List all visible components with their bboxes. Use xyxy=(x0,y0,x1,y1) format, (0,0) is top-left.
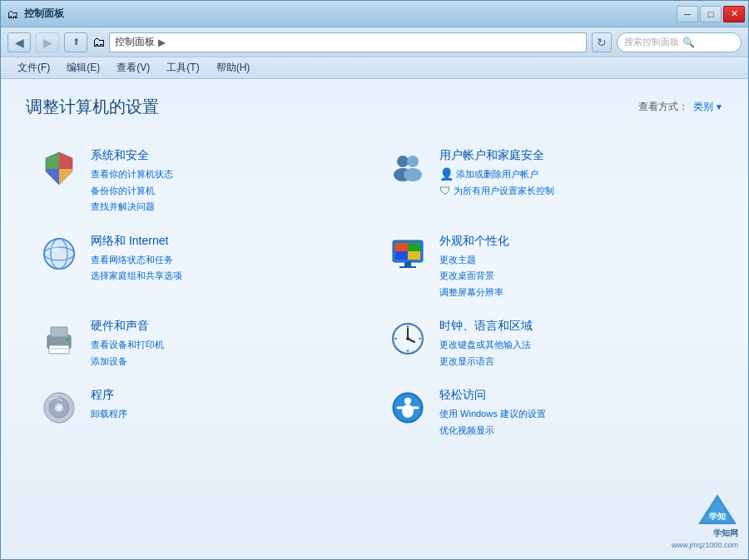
svg-rect-18 xyxy=(395,243,408,251)
cp-item-clock[interactable]: 时钟、语言和区域 更改键盘或其他输入法 更改显示语言 xyxy=(374,309,723,378)
appearance-text: 外观和个性化 更改主题 更改桌面背景 调整屏幕分辨率 xyxy=(439,234,509,300)
user-sub-2[interactable]: 为所有用户设置家长控制 xyxy=(454,184,554,198)
svg-point-7 xyxy=(397,156,409,167)
network-sub-2[interactable]: 选择家庭组和共享选项 xyxy=(91,269,182,283)
security-title[interactable]: 系统和安全 xyxy=(91,148,173,163)
user-title[interactable]: 用户帐户和家庭安全 xyxy=(439,148,554,163)
svg-rect-28 xyxy=(51,348,67,349)
address-input[interactable]: 控制面板 ▶ xyxy=(109,32,587,52)
search-icon: 🔍 xyxy=(682,37,695,48)
page-title: 调整计算机的设置 xyxy=(26,96,159,118)
svg-point-14 xyxy=(44,239,74,269)
back-button[interactable]: ◀ xyxy=(7,32,31,52)
program-title[interactable]: 程序 xyxy=(91,388,127,403)
cp-item-network[interactable]: 网络和 Internet 查看网络状态和任务 选择家庭组和共享选项 xyxy=(26,224,374,310)
hardware-icon xyxy=(39,319,79,359)
window-controls: ─ □ ✕ xyxy=(677,6,745,22)
svg-rect-25 xyxy=(51,327,67,337)
hardware-text: 硬件和声音 查看设备和打印机 添加设备 xyxy=(91,319,164,368)
watermark: 学知 学知网 www.jmqz1000.com xyxy=(672,493,738,549)
svg-rect-20 xyxy=(395,251,408,260)
svg-point-15 xyxy=(51,244,59,252)
security-sub-3[interactable]: 查找并解决问题 xyxy=(91,200,173,214)
appearance-title[interactable]: 外观和个性化 xyxy=(439,234,509,249)
menu-bar: 文件(F) 编辑(E) 查看(V) 工具(T) 帮助(H) xyxy=(1,57,748,79)
minimize-button[interactable]: ─ xyxy=(677,6,698,22)
title-bar: 🗂 控制面板 ─ □ ✕ xyxy=(1,1,748,27)
appearance-icon xyxy=(388,234,428,274)
page-header: 调整计算机的设置 查看方式： 类别 ▼ xyxy=(26,96,723,118)
forward-button[interactable]: ▶ xyxy=(36,32,59,52)
watermark-line2: www.jmqz1000.com xyxy=(672,541,738,549)
cp-item-program[interactable]: 程序 卸载程序 xyxy=(26,378,374,447)
menu-edit[interactable]: 编辑(E) xyxy=(60,59,107,77)
network-title[interactable]: 网络和 Internet xyxy=(91,234,182,249)
appearance-sub-2[interactable]: 更改桌面背景 xyxy=(439,269,509,283)
user-icon xyxy=(388,148,428,188)
appearance-sub-3[interactable]: 调整屏幕分辨率 xyxy=(439,285,509,300)
program-text: 程序 卸载程序 xyxy=(91,388,127,421)
security-text: 系统和安全 查看你的计算机状态 备份你的计算机 查找并解决问题 xyxy=(91,148,173,214)
control-panel-grid: 系统和安全 查看你的计算机状态 备份你的计算机 查找并解决问题 xyxy=(26,138,723,447)
user-text: 用户帐户和家庭安全 👤 添加或删除用户帐户 🛡 为所有用户设置家长控制 xyxy=(439,148,554,197)
easy-icon xyxy=(388,388,428,428)
cp-item-easy[interactable]: 轻松访问 使用 Windows 建议的设置 优化视频显示 xyxy=(374,378,723,447)
hardware-sub-2[interactable]: 添加设备 xyxy=(91,354,164,369)
view-value-button[interactable]: 类别 ▼ xyxy=(693,100,723,114)
user-sub-icon-2: 🛡 xyxy=(439,184,451,197)
view-selector: 查看方式： 类别 ▼ xyxy=(638,100,723,114)
easy-title[interactable]: 轻松访问 xyxy=(439,388,546,403)
cp-item-user[interactable]: 用户帐户和家庭安全 👤 添加或删除用户帐户 🛡 为所有用户设置家长控制 xyxy=(374,138,723,224)
svg-point-9 xyxy=(407,156,419,167)
svg-rect-23 xyxy=(399,266,416,268)
watermark-line1: 学知网 xyxy=(713,528,738,539)
hardware-sub-1[interactable]: 查看设备和打印机 xyxy=(91,338,164,352)
cp-item-security[interactable]: 系统和安全 查看你的计算机状态 备份你的计算机 查找并解决问题 xyxy=(26,138,374,224)
easy-sub-1[interactable]: 使用 Windows 建议的设置 xyxy=(439,407,546,421)
folder-icon: 🗂 xyxy=(92,35,106,50)
cp-item-appearance[interactable]: 外观和个性化 更改主题 更改桌面背景 调整屏幕分辨率 xyxy=(374,224,723,310)
menu-view[interactable]: 查看(V) xyxy=(110,59,156,77)
security-sub-1[interactable]: 查看你的计算机状态 xyxy=(91,167,173,181)
svg-rect-19 xyxy=(408,243,420,251)
svg-text:学知: 学知 xyxy=(709,512,726,521)
watermark-logo-icon: 学知 xyxy=(697,493,738,526)
up-button[interactable]: ⬆ xyxy=(64,32,87,52)
clock-title[interactable]: 时钟、语言和区域 xyxy=(439,319,533,334)
easy-text: 轻松访问 使用 Windows 建议的设置 优化视频显示 xyxy=(439,388,546,437)
program-sub-1[interactable]: 卸载程序 xyxy=(91,407,127,421)
view-label: 查看方式： xyxy=(638,100,688,114)
menu-tools[interactable]: 工具(T) xyxy=(160,59,206,77)
svg-point-45 xyxy=(402,404,414,418)
easy-sub-2[interactable]: 优化视频显示 xyxy=(439,424,546,438)
window-title: 控制面板 xyxy=(24,7,677,21)
svg-point-10 xyxy=(404,168,422,181)
clock-icon xyxy=(388,319,428,359)
refresh-button[interactable]: ↻ xyxy=(592,32,612,52)
window: 🗂 控制面板 ─ □ ✕ ◀ ▶ ⬆ 🗂 控制面板 ▶ ↻ 搜索控制面板 🔍 文… xyxy=(0,0,749,560)
network-sub-1[interactable]: 查看网络状态和任务 xyxy=(91,253,182,267)
cp-item-hardware[interactable]: 硬件和声音 查看设备和打印机 添加设备 xyxy=(26,309,374,378)
program-icon xyxy=(39,388,79,428)
clock-sub-1[interactable]: 更改键盘或其他输入法 xyxy=(439,338,533,352)
address-bar: ◀ ▶ ⬆ 🗂 控制面板 ▶ ↻ 搜索控制面板 🔍 xyxy=(1,27,748,57)
maximize-button[interactable]: □ xyxy=(700,6,722,22)
window-icon: 🗂 xyxy=(4,6,21,22)
hardware-title[interactable]: 硬件和声音 xyxy=(91,319,164,334)
user-sub-icon-1: 👤 xyxy=(439,167,454,181)
clock-text: 时钟、语言和区域 更改键盘或其他输入法 更改显示语言 xyxy=(439,319,533,368)
search-box[interactable]: 搜索控制面板 🔍 xyxy=(617,32,742,52)
svg-rect-22 xyxy=(404,262,411,266)
close-button[interactable]: ✕ xyxy=(723,6,745,22)
menu-file[interactable]: 文件(F) xyxy=(11,59,57,77)
svg-point-33 xyxy=(406,337,409,340)
security-sub-2[interactable]: 备份你的计算机 xyxy=(91,184,173,198)
svg-rect-21 xyxy=(408,251,420,260)
clock-sub-2[interactable]: 更改显示语言 xyxy=(439,354,533,369)
menu-help[interactable]: 帮助(H) xyxy=(210,59,257,77)
appearance-sub-1[interactable]: 更改主题 xyxy=(439,253,509,267)
user-sub-1[interactable]: 添加或删除用户帐户 xyxy=(456,167,538,181)
svg-rect-6 xyxy=(59,169,72,186)
security-icon xyxy=(39,148,79,188)
svg-rect-27 xyxy=(66,339,69,341)
